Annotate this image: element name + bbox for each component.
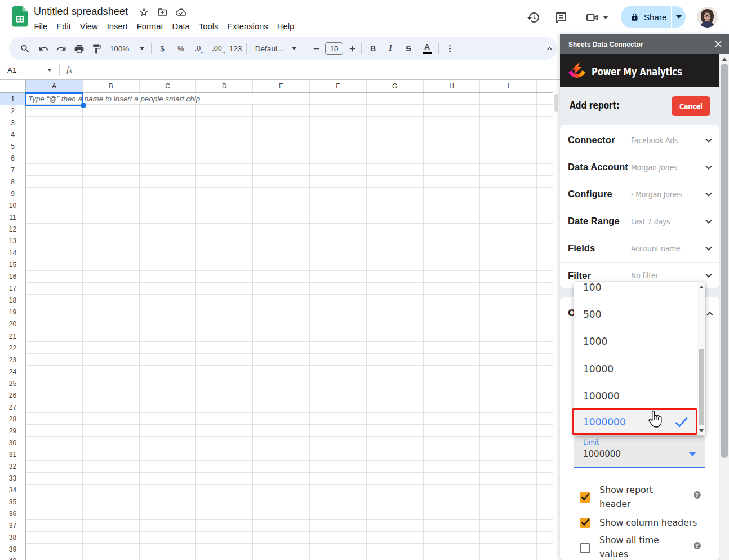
undo-button[interactable] (36, 37, 51, 60)
row-header-16[interactable]: 16 (0, 271, 25, 283)
meet-caret-icon[interactable] (603, 16, 608, 19)
chevron-up-icon[interactable] (706, 310, 714, 318)
row-header-5[interactable]: 5 (0, 140, 25, 152)
row-header-15[interactable]: 15 (0, 259, 25, 271)
row-header-36[interactable]: 36 (0, 508, 25, 520)
menu-data[interactable]: Data (168, 20, 194, 33)
column-header-f[interactable]: F (310, 80, 367, 92)
zoom-caret[interactable] (137, 37, 147, 60)
more-formats-button[interactable]: 123 (227, 37, 244, 60)
row-header-13[interactable]: 13 (0, 235, 25, 247)
menu-edit[interactable]: Edit (52, 20, 75, 33)
dropdown-item-10000[interactable]: 10000 (574, 355, 697, 382)
menu-format[interactable]: Format (132, 20, 168, 33)
sheets-logo-icon[interactable] (12, 6, 28, 27)
dropdown-item-1000[interactable]: 1000 (574, 328, 697, 355)
column-header-h[interactable]: H (424, 80, 481, 92)
row-header-11[interactable]: 11 (0, 212, 25, 224)
checkbox-unchecked[interactable] (580, 543, 590, 554)
row-header-12[interactable]: 12 (0, 224, 25, 235)
dropdown-item-100000[interactable]: 100000 (574, 383, 697, 410)
menu-file[interactable]: File (30, 20, 52, 33)
row-header-25[interactable]: 25 (0, 377, 25, 389)
row-header-23[interactable]: 23 (0, 354, 25, 366)
row-header-33[interactable]: 33 (0, 473, 25, 485)
dropdown-item-100[interactable]: 100 (574, 282, 697, 301)
limit-caret-icon[interactable] (688, 452, 696, 456)
column-header-j-clipped[interactable] (537, 80, 553, 92)
avatar[interactable] (697, 7, 718, 28)
row-header-14[interactable]: 14 (0, 247, 25, 259)
row-header-30[interactable]: 30 (0, 437, 25, 448)
dropdown-scrollbar[interactable] (697, 282, 705, 435)
text-color-button[interactable]: A (420, 37, 434, 60)
row-header-29[interactable]: 29 (0, 425, 25, 437)
strikethrough-button[interactable]: S (401, 37, 416, 60)
sidebar-scrollbar[interactable] (720, 54, 729, 560)
menu-extensions[interactable]: Extensions (223, 20, 272, 33)
toolbar-search-button[interactable] (17, 37, 32, 60)
menu-help[interactable]: Help (273, 20, 299, 33)
scroll-down-arrow-icon[interactable] (699, 429, 704, 432)
row-header-28[interactable]: 28 (0, 413, 25, 425)
limit-field[interactable]: Limit 1000000 (574, 436, 705, 468)
comment-icon[interactable] (554, 11, 568, 24)
font-size-control[interactable]: 10 (325, 37, 343, 60)
name-box-caret-icon[interactable] (47, 69, 52, 72)
row-header-9[interactable]: 9 (0, 188, 25, 199)
row-header-39[interactable]: 39 (0, 544, 25, 555)
bold-button[interactable]: B (366, 37, 380, 60)
increase-font-size-button[interactable] (345, 37, 359, 60)
sidebar-scrollbar-thumb[interactable] (721, 64, 728, 458)
star-icon[interactable] (139, 7, 149, 17)
column-header-i[interactable]: I (480, 80, 537, 92)
row-header-38[interactable]: 38 (0, 532, 25, 544)
row-header-2[interactable]: 2 (0, 105, 25, 117)
row-header-37[interactable]: 37 (0, 520, 25, 532)
config-row-date-range[interactable]: Date RangeLast 7 days (560, 208, 719, 235)
grid-vertical-scrollbar[interactable] (553, 80, 560, 560)
print-button[interactable] (72, 37, 87, 60)
format-percent-button[interactable]: % (174, 37, 188, 60)
row-header-1[interactable]: 1 (0, 93, 25, 105)
row-header-4[interactable]: 4 (0, 128, 25, 140)
row-header-8[interactable]: 8 (0, 176, 25, 188)
cancel-button[interactable]: Cancel (672, 96, 710, 116)
menu-tools[interactable]: Tools (194, 20, 223, 33)
scroll-up-arrow-icon[interactable] (722, 57, 727, 61)
help-icon[interactable]: ? (694, 491, 701, 499)
config-row-configure[interactable]: Configure- Morgan Jones (560, 181, 719, 208)
column-header-c[interactable]: C (140, 80, 197, 92)
close-icon[interactable] (715, 41, 722, 47)
share-button[interactable]: Share (621, 12, 671, 22)
move-folder-icon[interactable] (157, 7, 168, 17)
row-header-40[interactable]: 40 (0, 555, 25, 560)
column-header-a[interactable]: A (26, 80, 83, 92)
italic-button[interactable]: I (383, 37, 398, 60)
row-header-31[interactable]: 31 (0, 449, 25, 461)
grid-scrollbar-thumb[interactable] (554, 94, 558, 112)
config-row-connector[interactable]: ConnectorFacebook Ads (560, 127, 719, 154)
paint-format-button[interactable] (90, 37, 104, 60)
column-header-b[interactable]: B (83, 80, 140, 92)
checkbox-checked[interactable] (580, 518, 590, 528)
row-header-7[interactable]: 7 (0, 164, 25, 176)
menu-view[interactable]: View (75, 20, 103, 33)
name-box[interactable]: A1 (7, 60, 17, 79)
row-header-18[interactable]: 18 (0, 295, 25, 306)
more-toolbar-button[interactable] (442, 37, 457, 60)
checkbox-checked[interactable] (580, 492, 590, 503)
document-title[interactable]: Untitled spreadsheet (34, 6, 128, 17)
row-header-19[interactable]: 19 (0, 306, 25, 318)
increase-decimals-button[interactable]: .00→ (208, 37, 225, 60)
redo-button[interactable] (54, 37, 69, 60)
row-header-6[interactable]: 6 (0, 152, 25, 164)
grid-corner-box[interactable] (0, 80, 26, 92)
row-header-26[interactable]: 26 (0, 389, 25, 401)
row-header-20[interactable]: 20 (0, 318, 25, 330)
font-family-caret[interactable] (289, 37, 299, 60)
menu-insert[interactable]: Insert (103, 20, 132, 33)
row-header-34[interactable]: 34 (0, 485, 25, 496)
version-history-icon[interactable] (527, 11, 540, 24)
grid-cells[interactable] (26, 93, 553, 560)
